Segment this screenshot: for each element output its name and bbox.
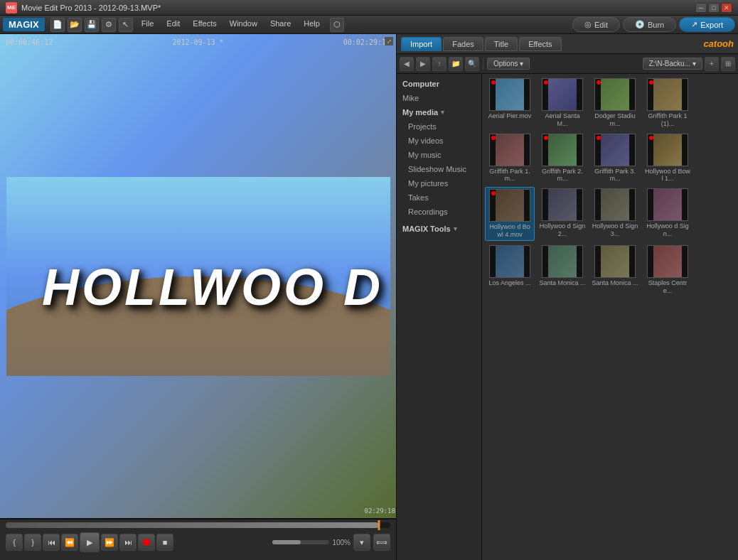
file-item-dodger[interactable]: Dodger Stadium... (590, 77, 640, 129)
file-grid: Aerial Pier.mov Aerial Santa M... (482, 74, 738, 560)
sidebar-label-mike: Mike (402, 94, 419, 102)
progress-marker: 02:29:18 (378, 520, 380, 530)
file-name: Dodger Stadium... (592, 112, 638, 128)
record-button[interactable] (138, 534, 155, 551)
minimize-button[interactable]: ─ (695, 3, 707, 13)
browser-content: Computer Mike My media ▾ Projects My vid… (397, 74, 738, 560)
catooh-brand: catooh (703, 38, 734, 49)
effects-menu[interactable]: Effects (187, 18, 222, 32)
file-item-aerial-pier[interactable]: Aerial Pier.mov (485, 77, 535, 129)
sidebar-item-projects[interactable]: Projects (397, 119, 481, 134)
tab-import[interactable]: Import (401, 37, 442, 51)
preview-area: 00:00:46:12 2012-09-13 * 00:02:29:18 ⤢ (0, 34, 396, 519)
volume-slider[interactable] (272, 540, 329, 544)
sidebar-item-mike[interactable]: Mike (397, 91, 481, 105)
zoom-fit-button[interactable]: ⟺ (373, 534, 390, 551)
sidebar-item-magixtools[interactable]: MAGIX Tools ▾ (397, 222, 481, 236)
file-item-griffith3[interactable]: Griffith Park 2.m... (538, 132, 587, 185)
progress-time: 02:29:18 (364, 507, 395, 515)
prev-frame-button[interactable]: ⏮ (43, 534, 60, 551)
tab-title[interactable]: Title (485, 37, 518, 51)
up-button[interactable]: ↑ (432, 57, 446, 71)
options-dropdown[interactable]: Options ▾ (487, 58, 530, 70)
file-name: Hollywoo d Bowl 4.mov (487, 223, 533, 239)
share-menu[interactable]: Share (264, 18, 296, 32)
grid-view-button[interactable]: ⊞ (721, 57, 735, 71)
file-item-santa-monica1[interactable]: Santa Monica ... (538, 244, 587, 296)
sidebar-tree: Computer Mike My media ▾ Projects My vid… (397, 74, 482, 560)
forward-button[interactable]: ▶ (416, 57, 430, 71)
file-item-hollywood-sign4[interactable]: Hollywoo d Sign... (643, 187, 692, 241)
mark-in-button[interactable]: { (6, 534, 23, 551)
progress-bar[interactable]: 02:29:18 (6, 522, 390, 528)
sidebar-label-mymusic: My music (408, 151, 441, 159)
save-icon[interactable]: 💾 (85, 18, 99, 32)
sidebar-item-recordings[interactable]: Recordings (397, 205, 481, 219)
preview-content: HOLLWOO D (0, 34, 396, 518)
back-button[interactable]: ◀ (400, 57, 414, 71)
file-thumb (647, 134, 688, 166)
file-name: Santa Monica ... (539, 279, 585, 287)
file-item-hollywood-bowl4[interactable]: Hollywoo d Bowl 4.mov (485, 187, 535, 241)
edit-menu[interactable]: Edit (161, 18, 186, 32)
window-menu[interactable]: Window (224, 18, 263, 32)
file-name: Hollywoo d Sign 2... (539, 222, 586, 238)
file-item-aerial-santa[interactable]: Aerial Santa M... (538, 77, 587, 129)
tab-fades[interactable]: Fades (443, 37, 483, 51)
search-button[interactable]: 🔍 (465, 57, 479, 71)
time-right: 00:02:29:18 (343, 38, 390, 46)
play-button[interactable]: ▶ (80, 532, 100, 552)
file-item-hollywood-sign2[interactable]: Hollywoo d Sign 2... (538, 187, 587, 241)
file-menu[interactable]: File (136, 18, 160, 32)
folder-button[interactable]: 📁 (449, 57, 463, 71)
fast-forward-button[interactable]: ⏩ (101, 534, 118, 551)
sidebar-item-myvideos[interactable]: My videos (397, 134, 481, 148)
settings-icon[interactable]: ⚙ (102, 18, 116, 32)
burn-button[interactable]: 💿Burn (623, 17, 676, 32)
rewind-button[interactable]: ⏪ (61, 534, 78, 551)
path-display[interactable]: Z:\N-Backu... ▾ (643, 58, 702, 70)
file-name: Staples Centre... (644, 279, 691, 295)
next-frame-button[interactable]: ⏭ (119, 534, 137, 551)
file-thumb (542, 78, 583, 111)
volume-fill (272, 540, 301, 544)
sidebar-item-mymusic[interactable]: My music (397, 148, 481, 162)
file-item-staples[interactable]: Staples Centre... (643, 244, 692, 296)
maximize-button[interactable]: □ (708, 3, 720, 13)
stop-button[interactable]: ■ (156, 534, 173, 551)
expand-button[interactable]: ⤢ (385, 37, 393, 45)
file-thumb (489, 78, 530, 111)
open-icon[interactable]: 📂 (68, 18, 82, 32)
file-item-griffith1[interactable]: Griffith Park 1(1)... (643, 77, 692, 129)
tab-effects[interactable]: Effects (519, 37, 561, 51)
close-button[interactable]: ✕ (721, 3, 732, 13)
add-button[interactable]: + (705, 57, 719, 71)
file-item-hollywood-bowl1[interactable]: Hollywoo d Bowl 1... (643, 132, 692, 185)
sidebar-item-mymedia[interactable]: My media ▾ (397, 105, 481, 119)
file-name: Hollywoo d Sign... (644, 222, 691, 238)
sidebar-item-mypictures[interactable]: My pictures (397, 176, 481, 190)
zoom-dropdown[interactable]: ▾ (353, 534, 370, 551)
pointer-icon[interactable]: ↖ (119, 18, 133, 32)
file-item-la[interactable]: Los Angeles ... (485, 244, 535, 296)
help-menu[interactable]: Help (298, 18, 326, 32)
file-item-griffith4[interactable]: Griffith Park 3.m... (590, 132, 640, 185)
file-thumb (647, 78, 688, 111)
sidebar-item-takes[interactable]: Takes (397, 190, 481, 205)
edit-button[interactable]: ◎Edit (572, 17, 620, 32)
mark-out-button[interactable]: } (24, 534, 41, 551)
file-item-santa-monica2[interactable]: Santa Monica ... (590, 244, 640, 296)
file-thumb (647, 245, 688, 278)
file-item-griffith2[interactable]: Griffith Park 1.m... (485, 132, 535, 185)
file-name: Griffith Park 2.m... (539, 168, 586, 183)
file-item-hollywood-sign3[interactable]: Hollywoo d Sign 3... (590, 187, 640, 241)
extra-icon[interactable]: ⬡ (330, 18, 344, 32)
export-button[interactable]: ↗Export (679, 17, 735, 32)
file-thumb (489, 189, 530, 222)
new-icon[interactable]: 📄 (50, 18, 65, 32)
sidebar-label-myvideos: My videos (408, 136, 444, 145)
sidebar-item-slideshow[interactable]: Slideshow Music (397, 162, 481, 176)
sidebar-label-mymedia: My media (402, 108, 438, 117)
sidebar-item-computer[interactable]: Computer (397, 77, 481, 91)
file-name: Los Angeles ... (488, 279, 530, 287)
